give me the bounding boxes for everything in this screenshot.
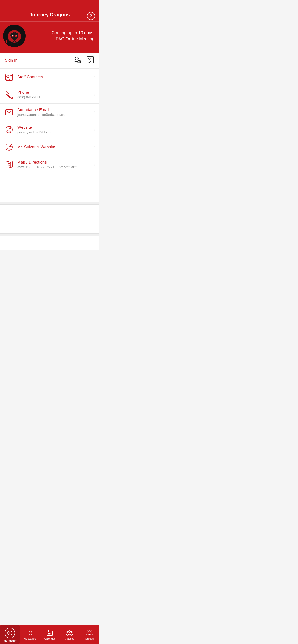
svg-point-22 — [8, 164, 10, 165]
svg-point-5 — [12, 36, 13, 36]
toolbar-icons — [73, 56, 95, 65]
chevron-right-icon: › — [94, 110, 95, 115]
list-item-sulzen-website[interactable]: Mr. Sulzen's Website › — [0, 138, 99, 156]
empty-area-1 — [0, 174, 99, 202]
email-icon — [4, 107, 14, 118]
account-settings-icon[interactable] — [73, 56, 82, 65]
list-item-attendance-email[interactable]: Attendance Email journeyattendance@sd62.… — [0, 104, 99, 121]
info-list: Staff Contacts › Phone (250) 642-5881 › … — [0, 68, 99, 174]
signin-button[interactable]: Sign In — [5, 58, 73, 63]
website-content: Website journey.web.sd62.bc.ca — [17, 125, 92, 134]
email-content: Attendance Email journeyattendance@sd62.… — [17, 108, 92, 117]
svg-point-19 — [6, 144, 13, 150]
website-icon — [4, 124, 14, 135]
sulzen-website-icon — [4, 142, 14, 152]
checklist-icon[interactable] — [86, 56, 95, 65]
phone-title: Phone — [17, 90, 92, 95]
chevron-right-icon: › — [94, 92, 95, 97]
staff-contacts-icon — [4, 72, 14, 82]
phone-number: (250) 642-5881 — [17, 95, 92, 99]
event-text: Coming up in 10 days: PAC Online Meeting — [26, 30, 95, 42]
list-item-staff-contacts[interactable]: Staff Contacts › — [0, 68, 99, 86]
empty-area-3 — [0, 236, 99, 250]
phone-content: Phone (250) 642-5881 — [17, 90, 92, 99]
help-button[interactable]: ? — [87, 12, 95, 20]
divider-1 — [0, 202, 99, 204]
sulzen-title: Mr. Sulzen's Website — [17, 145, 92, 150]
school-logo: Journey C — [3, 24, 26, 48]
list-item-website[interactable]: Website journey.web.sd62.bc.ca › — [0, 121, 99, 138]
toolbar: Sign In — [0, 53, 99, 68]
sulzen-content: Mr. Sulzen's Website — [17, 145, 92, 150]
empty-area-2 — [0, 204, 99, 233]
svg-point-10 — [79, 61, 80, 62]
chevron-right-icon: › — [94, 145, 95, 150]
list-item-phone[interactable]: Phone (250) 642-5881 › — [0, 86, 99, 104]
email-address: journeyattendance@sd62.bc.ca — [17, 113, 92, 117]
chevron-right-icon: › — [94, 162, 95, 167]
website-url: journey.web.sd62.bc.ca — [17, 130, 92, 134]
chevron-right-icon: › — [94, 75, 95, 80]
map-icon — [4, 159, 14, 170]
svg-rect-11 — [87, 56, 94, 63]
list-item-map[interactable]: Map / Directions 6522 Throup Road, Sooke… — [0, 156, 99, 174]
website-title: Website — [17, 125, 92, 130]
divider-2 — [0, 233, 99, 236]
svg-point-6 — [16, 36, 17, 36]
svg-point-14 — [7, 75, 9, 78]
map-title: Map / Directions — [17, 160, 92, 165]
app-header: Journey Dragons ? — [0, 0, 99, 21]
email-title: Attendance Email — [17, 108, 92, 112]
app-title: Journey Dragons — [30, 12, 70, 18]
map-content: Map / Directions 6522 Throup Road, Sooke… — [17, 160, 92, 169]
phone-icon — [4, 89, 14, 100]
staff-contacts-title: Staff Contacts — [17, 75, 92, 80]
chevron-right-icon: › — [94, 127, 95, 132]
svg-point-18 — [6, 126, 13, 133]
svg-text:C: C — [6, 38, 10, 44]
map-address: 6522 Throup Road, Sooke, BC V9Z 0E5 — [17, 165, 92, 169]
staff-contacts-content: Staff Contacts — [17, 75, 92, 80]
svg-point-8 — [75, 57, 78, 60]
event-banner: Journey C Coming up in 10 days: PAC Onli… — [0, 21, 99, 53]
